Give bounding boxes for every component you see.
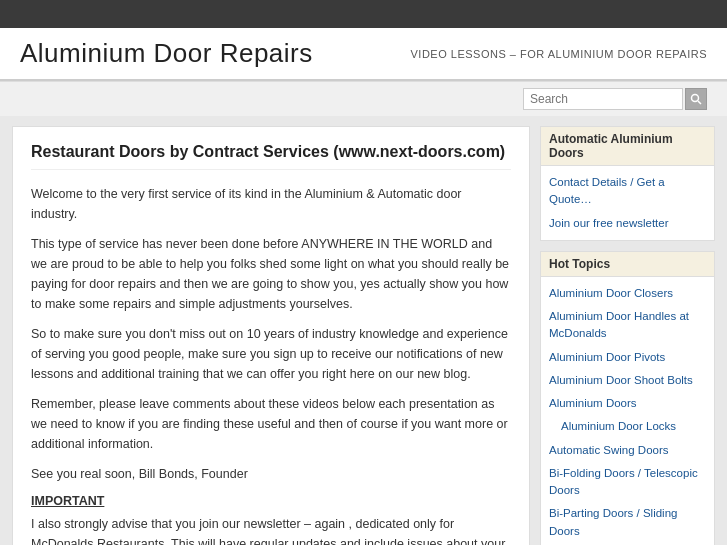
auto-doors-section: Automatic Aluminium Doors Contact Detail… [540, 126, 715, 241]
search-input[interactable] [523, 88, 683, 110]
article-para-2: This type of service has never been done… [31, 234, 511, 314]
hot-topics-section: Hot Topics Aluminium Door ClosersAlumini… [540, 251, 715, 545]
hot-topic-link[interactable]: Aluminium Door Shoot Bolts [541, 369, 714, 392]
hot-topics-links: Aluminium Door ClosersAluminium Door Han… [541, 277, 714, 545]
svg-line-1 [698, 101, 701, 104]
search-button[interactable] [685, 88, 707, 110]
article-para-4: Remember, please leave comments about th… [31, 394, 511, 454]
main-content: Restaurant Doors by Contract Services (w… [12, 126, 530, 545]
sidebar-link-contact[interactable]: Contact Details / Get a Quote… [541, 171, 714, 212]
hot-topic-link[interactable]: Aluminium Door Handles at McDonalds [541, 305, 714, 346]
auto-doors-title: Automatic Aluminium Doors [541, 127, 714, 166]
article-title: Restaurant Doors by Contract Services (w… [31, 143, 511, 170]
article-para-6: I also strongly advise that you join our… [31, 514, 511, 545]
article-para-3: So to make sure you don't miss out on 10… [31, 324, 511, 384]
svg-point-0 [692, 95, 699, 102]
auto-doors-links: Contact Details / Get a Quote… Join our … [541, 166, 714, 240]
search-bar-area [0, 81, 727, 116]
site-title: Aluminium Door Repairs [20, 38, 313, 69]
hot-topic-link[interactable]: Aluminium Door Closers [541, 282, 714, 305]
hot-topic-link[interactable]: Aluminium Doors [541, 392, 714, 415]
header: Aluminium Door Repairs VIDEO LESSONS – F… [0, 28, 727, 81]
hot-topic-link[interactable]: Bi-Folding Doors / Telescopic Doors [541, 462, 714, 503]
article-para-5: See you real soon, Bill Bonds, Founder [31, 464, 511, 484]
sidebar: Automatic Aluminium Doors Contact Detail… [540, 126, 715, 545]
content-wrapper: Restaurant Doors by Contract Services (w… [0, 116, 727, 545]
sidebar-link-newsletter[interactable]: Join our free newsletter [541, 212, 714, 235]
hot-topics-title: Hot Topics [541, 252, 714, 277]
hot-topic-link[interactable]: Bi-Parting Doors / Sliding Doors [541, 502, 714, 543]
hot-topic-link[interactable]: Aluminium Door Pivots [541, 346, 714, 369]
header-tagline: VIDEO LESSONS – FOR ALUMINIUM DOOR REPAI… [411, 48, 707, 60]
hot-topic-link[interactable]: Aluminium Door Locks [541, 415, 714, 438]
hot-topic-link[interactable]: Automatic Swing Doors [541, 439, 714, 462]
important-label: IMPORTANT [31, 494, 511, 508]
top-bar [0, 0, 727, 28]
article-para-1: Welcome to the very first service of its… [31, 184, 511, 224]
